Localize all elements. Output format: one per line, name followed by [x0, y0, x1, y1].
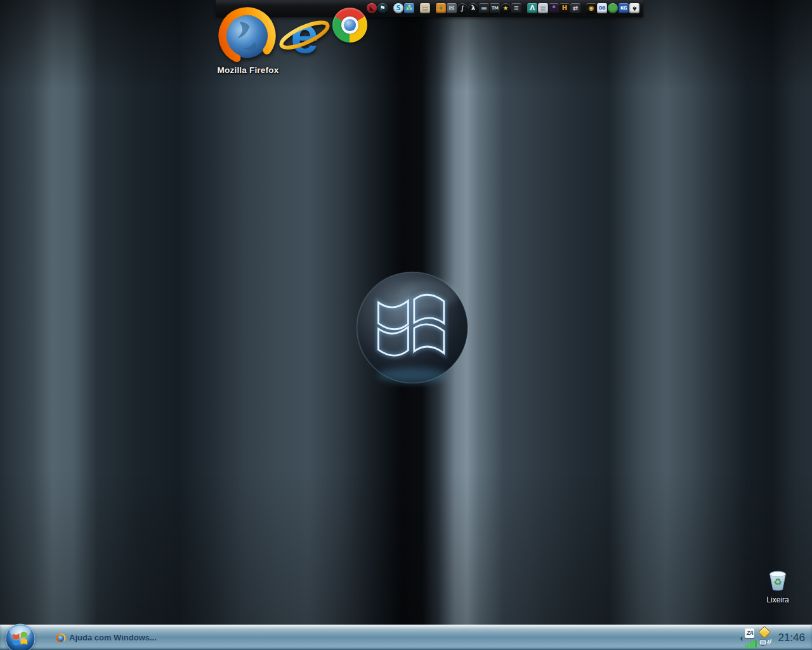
recycle-bin-icon: ♻ — [766, 567, 790, 592]
gold-disc-icon[interactable]: ◉ — [586, 3, 596, 13]
tray-clock[interactable]: 21:46 — [778, 632, 805, 644]
skype-icon[interactable]: S — [393, 3, 403, 13]
tm-game-icon[interactable]: TM — [490, 3, 500, 13]
zonealarm-icon[interactable]: ZA — [745, 628, 754, 638]
internet-explorer-icon[interactable]: e — [277, 8, 332, 64]
vehicle-game-icon[interactable]: ▬ — [479, 3, 489, 13]
h-app-icon[interactable]: H — [560, 3, 570, 13]
runner-game-icon[interactable]: λ — [468, 3, 478, 13]
red-player-icon[interactable]: ◣ — [367, 3, 377, 13]
task-button-label: Ajuda com Windows... — [69, 633, 157, 642]
tray-expand-chevron-icon[interactable]: ‹ — [740, 633, 743, 642]
recycle-bin[interactable]: ♻ Lixeira — [762, 567, 794, 604]
windows-orb-logo — [353, 268, 472, 387]
dock-small-icons: ◣⚑S⁂▤+✉∫λ▬TM★≡Λ▦*H⇄◉DBKG♠ — [367, 3, 640, 13]
mail-icon[interactable]: ✉ — [447, 3, 457, 13]
chrome-icon[interactable] — [332, 8, 367, 43]
network-monitor-icon[interactable] — [759, 638, 771, 647]
recycle-bin-label: Lixeira — [762, 595, 794, 604]
system-tray: ‹ ZA 21:46 — [740, 625, 809, 650]
firefox-icon[interactable] — [216, 4, 278, 65]
apple-icon[interactable]: ♠ — [629, 3, 639, 13]
teal-a-icon[interactable]: Λ — [527, 3, 537, 13]
dock-hover-label: Mozilla Firefox — [211, 65, 285, 75]
messenger-icon[interactable]: ⁂ — [404, 3, 414, 13]
transfer-arrows-icon[interactable]: ⇄ — [570, 3, 580, 13]
squiggle-app-icon[interactable]: ∫ — [457, 3, 468, 13]
start-button[interactable] — [5, 623, 36, 650]
firefox-icon-small — [56, 633, 66, 643]
purple-ball-icon[interactable]: * — [549, 3, 559, 13]
cube-icon[interactable]: ▦ — [538, 3, 548, 13]
box-icon[interactable]: ▤ — [420, 3, 430, 13]
svg-text:e: e — [291, 8, 318, 63]
green-sphere-icon[interactable] — [608, 3, 618, 13]
star-game-icon[interactable]: ★ — [501, 3, 511, 13]
db-app-icon[interactable]: DB — [597, 3, 607, 13]
shield-icon[interactable]: + — [436, 3, 446, 13]
globe-flag-icon[interactable]: ⚑ — [377, 3, 388, 13]
signal-bars-icon[interactable] — [745, 639, 757, 647]
task-button-firefox-help[interactable]: Ajuda com Windows... — [49, 625, 163, 650]
taskbar: Ajuda com Windows... ‹ ZA 21:46 — [0, 625, 812, 650]
kg-app-icon[interactable]: KG — [619, 3, 629, 13]
note-diamond-icon[interactable] — [759, 626, 771, 639]
stereo-icon[interactable]: ≡ — [511, 3, 521, 13]
svg-text:♻: ♻ — [773, 577, 782, 588]
